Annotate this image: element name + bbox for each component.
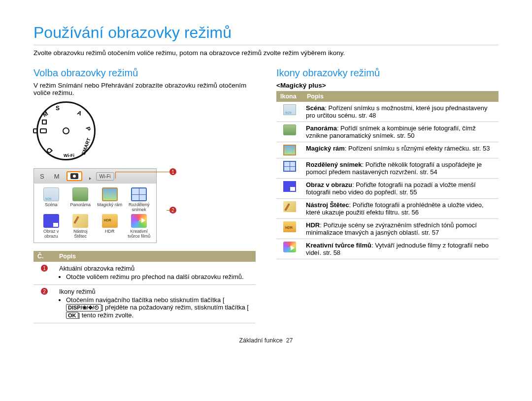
table-row: Magický rám: Pořízení snímku s různými e… bbox=[276, 142, 499, 158]
icons-table: Ikona Popis Scéna: Pořízení snímku s mož… bbox=[276, 91, 499, 259]
dial-label-m: M bbox=[41, 110, 49, 118]
brush-icon bbox=[283, 201, 296, 212]
hdr-icon bbox=[283, 221, 296, 232]
row-desc: HDR: Pořizuje scény se zvýrazněním střed… bbox=[303, 219, 499, 239]
columns: Volba obrazovky režimů V režim Snímání n… bbox=[33, 67, 499, 323]
mode-magic-frame: Magický rám bbox=[97, 187, 123, 212]
header-icon: Ikona bbox=[276, 91, 303, 102]
row-text: : Pořízení snímku s různými efekty rámeč… bbox=[345, 145, 490, 152]
tab-video bbox=[86, 175, 92, 177]
dial-label-wifi: Wi-Fi bbox=[64, 153, 74, 158]
row-bullet: Otočením navigačního tlačítka nebo stisk… bbox=[66, 296, 252, 319]
magic-plus-caption: <Magický plus> bbox=[276, 82, 499, 89]
split-icon bbox=[131, 187, 147, 201]
bullet-pre: Otočením navigačního tlačítka nebo stisk… bbox=[66, 296, 225, 304]
mode-label: Nástroj Štětec bbox=[73, 229, 88, 239]
mode-movie-maker: Kreativní tvůrce filmů bbox=[126, 214, 153, 239]
row-text: : Pořízení snímku s možnostmi, které jso… bbox=[306, 104, 488, 119]
dial-center-icon bbox=[63, 127, 69, 134]
row-name: Nástroj Štětec bbox=[306, 201, 349, 209]
left-subtext: V režim Snímání nebo Přehrávání zobrazít… bbox=[33, 82, 256, 96]
disp-keys: DISP/❀/✥/⏲ bbox=[66, 304, 101, 311]
table-row: Obraz v obrazu: Pořiďte fotografii na po… bbox=[276, 179, 499, 199]
screen-with-callouts: S M Wi-Fi Scéna Panoráma Magický rám Roz… bbox=[33, 168, 166, 243]
mode-panorama: Panoráma bbox=[67, 187, 94, 212]
dial-leaf-icon bbox=[46, 147, 53, 154]
table-row: Nástroj Štětec: Pořiďte fotografii a pro… bbox=[276, 199, 499, 219]
magic-frame-icon bbox=[283, 145, 296, 155]
left-subtitle: Volba obrazovky režimů bbox=[33, 67, 256, 79]
header-num: Č. bbox=[33, 251, 55, 262]
mode-label: Scéna bbox=[45, 202, 58, 207]
page: Používání obrazovky režimů Zvolte obrazo… bbox=[0, 0, 532, 356]
row-desc: Obraz v obrazu: Pořiďte fotografii na po… bbox=[303, 179, 499, 199]
row-name: Rozdělený snímek bbox=[306, 161, 362, 168]
tab-wifi: Wi-Fi bbox=[96, 172, 114, 181]
mode-scene: Scéna bbox=[38, 187, 65, 212]
ok-key: OK bbox=[66, 312, 78, 319]
scene-icon bbox=[43, 187, 59, 201]
row-title: Aktuální obrazovka režimů bbox=[59, 265, 134, 272]
magic-frame-icon bbox=[102, 187, 118, 201]
table-header-row: Č. Popis bbox=[33, 251, 256, 262]
row-name: Kreativní tvůrce filmů bbox=[306, 242, 371, 249]
row-desc: Panoráma: Pořídí snímek a kombinuje séri… bbox=[303, 122, 499, 142]
page-footer: Základní funkce 27 bbox=[33, 337, 499, 344]
dial-label-p: P bbox=[84, 126, 92, 132]
row-text: : Pořizuje scény se zvýrazněním středníc… bbox=[306, 221, 477, 236]
panorama-icon bbox=[283, 124, 296, 135]
pip-icon bbox=[283, 181, 296, 192]
tab-bar: S M Wi-Fi bbox=[34, 169, 156, 184]
right-column: Ikony obrazovky režimů <Magický plus> Ik… bbox=[276, 67, 499, 323]
row-desc: Nástroj Štětec: Pořiďte fotografii a pro… bbox=[303, 199, 499, 219]
mode-grid: Scéna Panoráma Magický rám Rozdělený sní… bbox=[34, 184, 156, 243]
row-name: HDR bbox=[306, 221, 320, 229]
pip-icon bbox=[43, 214, 59, 228]
description-table: Č. Popis 1 Aktuální obrazovka režimů Oto… bbox=[33, 251, 256, 323]
row-2-desc: Ikony režimů Otočením navigačního tlačít… bbox=[55, 285, 256, 323]
right-subtitle: Ikony obrazovky režimů bbox=[276, 67, 499, 79]
tab-s: S bbox=[37, 172, 47, 181]
split-icon bbox=[283, 161, 296, 172]
row-title: Ikony režimů bbox=[59, 288, 96, 295]
movie-maker-icon bbox=[283, 242, 296, 252]
mode-label: Magický rám bbox=[97, 202, 122, 207]
dial-pointer-icon bbox=[33, 128, 38, 133]
table-row: Panoráma: Pořídí snímek a kombinuje séri… bbox=[276, 122, 499, 142]
mode-pip: Obraz v obrazu bbox=[38, 214, 65, 239]
table-row: Rozdělený snímek: Pořiďte několik fotogr… bbox=[276, 158, 499, 179]
dial-label-smart: SMART bbox=[81, 137, 92, 155]
mode-split: Rozdělený snímek bbox=[126, 187, 153, 212]
table-header-row: Ikona Popis bbox=[276, 91, 499, 102]
row-1-desc: Aktuální obrazovka režimů Otočte voličem… bbox=[55, 262, 256, 285]
movie-maker-icon bbox=[131, 214, 147, 228]
mode-brush: Nástroj Štětec bbox=[67, 214, 94, 239]
panorama-icon bbox=[72, 187, 88, 201]
mode-label: Rozdělený snímek bbox=[129, 202, 150, 212]
footer-page: 27 bbox=[286, 337, 293, 344]
mode-label: Panoráma bbox=[70, 202, 91, 207]
mode-label: HDR bbox=[105, 229, 115, 234]
hdr-icon bbox=[102, 214, 118, 228]
table-row: Scéna: Pořízení snímku s možnostmi, kter… bbox=[276, 102, 499, 122]
mode-label: Obraz v obrazu bbox=[43, 229, 59, 239]
mode-dial: S A P M SMART Wi-Fi bbox=[36, 101, 96, 160]
page-title: Používání obrazovky režimů bbox=[33, 24, 499, 45]
table-row: Kreativní tvůrce filmů: Vytváří jednoduš… bbox=[276, 239, 499, 259]
row-desc: Kreativní tvůrce filmů: Vytváří jednoduš… bbox=[303, 239, 499, 259]
row-badge-1: 1 bbox=[41, 265, 48, 272]
intro-text: Zvolte obrazovku režimů otočením voliče … bbox=[33, 49, 499, 57]
scene-icon bbox=[283, 104, 296, 115]
table-row: HDR: Pořizuje scény se zvýrazněním střed… bbox=[276, 219, 499, 239]
header-desc: Popis bbox=[55, 251, 256, 262]
footer-section: Základní funkce bbox=[239, 337, 282, 344]
callout-2: 2 bbox=[169, 207, 176, 214]
row-name: Panoráma bbox=[306, 124, 337, 132]
dial-label-s: S bbox=[56, 105, 60, 112]
header-desc: Popis bbox=[303, 91, 499, 102]
row-name: Scéna bbox=[306, 104, 325, 112]
row-bullet: Otočte voličem režimu pro přechod na dal… bbox=[66, 273, 252, 280]
row-desc: Magický rám: Pořízení snímku s různými e… bbox=[303, 142, 499, 158]
row-badge-2: 2 bbox=[41, 288, 48, 295]
tab-m: M bbox=[51, 172, 63, 181]
